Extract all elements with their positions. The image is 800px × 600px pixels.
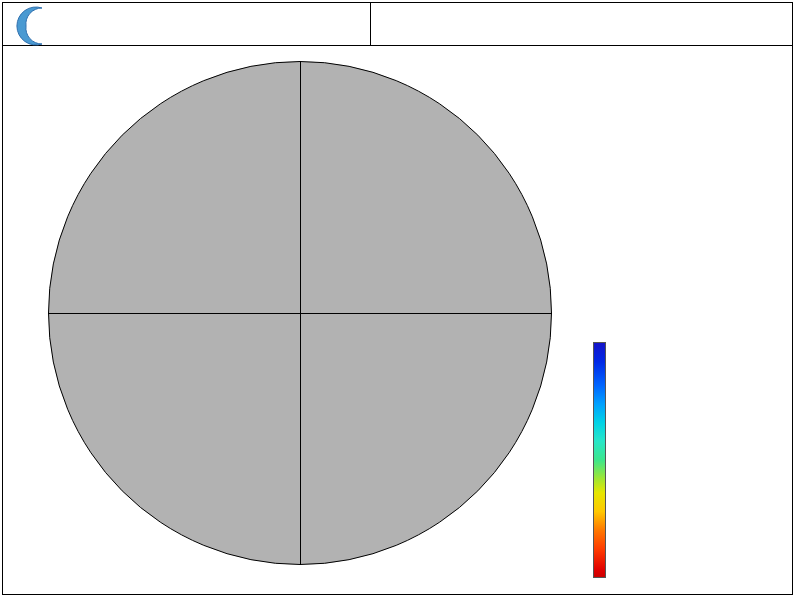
skymap-window bbox=[0, 0, 800, 600]
header-divider-line bbox=[2, 45, 792, 46]
doppler-colorbar bbox=[593, 342, 606, 578]
east-west-axis bbox=[48, 313, 552, 314]
header-label-row bbox=[398, 7, 790, 25]
crescent-icon bbox=[12, 5, 58, 47]
station-header-table bbox=[398, 7, 790, 43]
lowell-digisonde-logo bbox=[12, 5, 232, 45]
header-value-row bbox=[398, 25, 790, 43]
header-divider-vertical bbox=[370, 2, 371, 46]
